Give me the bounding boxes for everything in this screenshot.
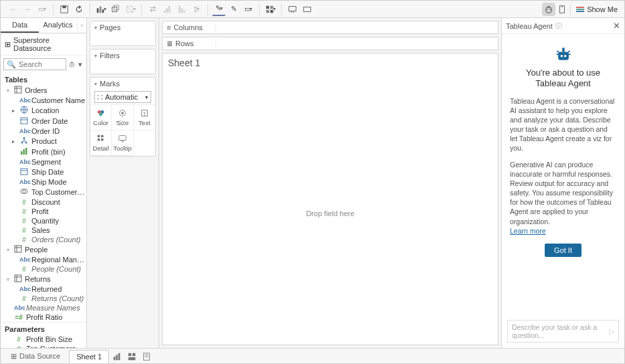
field-location[interactable]: ▸Location: [1, 105, 86, 116]
back-button[interactable]: ←: [6, 3, 19, 16]
refresh-button[interactable]: [72, 3, 86, 16]
pages-card[interactable]: ▾Pages: [90, 21, 156, 46]
show-me-button[interactable]: Show Me: [572, 4, 622, 15]
field-profit-bin-[interactable]: Profit (bin): [1, 147, 86, 157]
collapse-panel-button[interactable]: ‹: [77, 18, 86, 33]
rows-shelf[interactable]: ≣Rows: [162, 37, 499, 50]
fit-button[interactable]: ▾: [264, 3, 277, 16]
worksheet-canvas: ≡Columns ≣Rows Sheet 1 Drop field here: [159, 18, 501, 348]
columns-shelf[interactable]: ≡Columns: [162, 21, 499, 34]
share-button[interactable]: [300, 3, 314, 16]
send-icon[interactable]: ▷: [609, 327, 614, 335]
tab-data[interactable]: Data: [1, 18, 39, 33]
mark-detail[interactable]: Detail: [90, 130, 112, 156]
field-quantity[interactable]: #Quantity: [1, 216, 86, 225]
show-me-icon: [576, 7, 584, 12]
sort-asc-button[interactable]: [161, 3, 174, 16]
new-dashboard-button[interactable]: [125, 351, 139, 363]
svg-rect-26: [548, 5, 549, 7]
field-profit-ratio[interactable]: =#Profit Ratio: [1, 312, 86, 322]
field-sales[interactable]: #Sales: [1, 225, 86, 235]
field-discount[interactable]: #Discount: [1, 197, 86, 207]
got-it-button[interactable]: Got It: [545, 244, 582, 257]
table-people[interactable]: ▿People: [1, 244, 86, 255]
datasource-row[interactable]: ⊞ Superstore Datasource: [1, 33, 86, 56]
field-orders-count-[interactable]: #Orders (Count): [1, 235, 86, 244]
field-regional-manager[interactable]: AbcRegional Manager: [1, 255, 86, 264]
svg-rect-62: [119, 136, 126, 141]
tableau-agent-toolbar-button[interactable]: [542, 3, 555, 16]
svg-rect-6: [114, 5, 118, 9]
presentation-button[interactable]: [286, 3, 299, 16]
close-icon[interactable]: ✕: [613, 21, 620, 31]
mark-text[interactable]: TText: [134, 105, 155, 130]
mark-tooltip[interactable]: Tooltip: [112, 130, 133, 156]
data-panel: Data Analytics ‹ ⊞ Superstore Datasource…: [1, 18, 87, 348]
swap-button[interactable]: ⇄: [146, 3, 159, 16]
tableau-agent-panel: Tableau Agent ⓘ ✕ You're about to use Ta…: [501, 18, 624, 348]
info-icon[interactable]: ⓘ: [555, 21, 562, 31]
clear-button[interactable]: ▾: [124, 3, 137, 16]
search-input[interactable]: 🔍: [3, 58, 66, 70]
svg-rect-22: [304, 7, 311, 11]
tables-header: Tables: [1, 74, 86, 85]
svg-rect-5: [112, 7, 117, 11]
mark-type-select[interactable]: ⸬Automatic ▾: [94, 91, 151, 103]
filters-card[interactable]: ▾Filters: [90, 49, 156, 74]
new-story-button[interactable]: [140, 351, 153, 363]
sheet-1-tab[interactable]: Sheet 1: [69, 350, 109, 363]
field-ship-date[interactable]: Ship Date: [1, 167, 86, 177]
undo-dropdown[interactable]: ▭▾: [35, 3, 49, 16]
svg-line-8: [127, 6, 133, 12]
table-returns[interactable]: ▿Returns: [1, 274, 86, 284]
field-customer-name[interactable]: AbcCustomer Name: [1, 96, 86, 105]
filter-fields-button[interactable]: ⫛: [68, 58, 76, 70]
param-top-customers[interactable]: #Top Customers: [1, 344, 86, 348]
field-segment[interactable]: AbcSegment: [1, 157, 86, 167]
sheet-view[interactable]: Sheet 1 Drop field here: [162, 53, 499, 345]
svg-rect-12: [179, 5, 181, 13]
svg-rect-67: [114, 357, 116, 360]
mark-size[interactable]: Size: [112, 105, 133, 130]
mark-color[interactable]: Color: [90, 105, 112, 130]
field-top-customers-by-p-[interactable]: Top Customers by P...: [1, 187, 86, 197]
svg-rect-3: [100, 6, 102, 13]
svg-rect-39: [23, 149, 25, 155]
field-profit[interactable]: #Profit: [1, 207, 86, 216]
svg-rect-9: [164, 10, 166, 13]
duplicate-button[interactable]: [109, 3, 122, 16]
table-orders[interactable]: ▿Orders: [1, 85, 86, 96]
data-guide-button[interactable]: [555, 3, 569, 16]
svg-rect-63: [558, 52, 569, 60]
sort-desc-button[interactable]: [175, 3, 189, 16]
save-button[interactable]: [58, 3, 71, 16]
tab-analytics[interactable]: Analytics: [39, 18, 77, 33]
highlight-button[interactable]: ✎▾: [212, 3, 226, 16]
sheet-title[interactable]: Sheet 1: [163, 54, 498, 72]
totals-button[interactable]: Σ▾: [190, 3, 203, 16]
agent-input[interactable]: Describe your task or ask a question... …: [507, 320, 619, 343]
field-people-count-[interactable]: #People (Count): [1, 264, 86, 274]
new-worksheet-button[interactable]: ▾: [94, 3, 108, 16]
field-measure-names[interactable]: AbcMeasure Names: [1, 303, 86, 312]
new-sheet-button[interactable]: [110, 351, 124, 363]
data-source-tab[interactable]: ⊞Data Source: [3, 349, 68, 363]
svg-rect-70: [128, 353, 131, 355]
field-returned[interactable]: AbcReturned: [1, 284, 86, 294]
annotation-button[interactable]: ✎: [227, 3, 240, 16]
svg-rect-19: [289, 6, 296, 11]
forward-button[interactable]: →: [21, 3, 34, 16]
svg-rect-58: [97, 135, 100, 138]
field-ship-mode[interactable]: AbcShip Mode: [1, 177, 86, 187]
field-product[interactable]: ▸Product: [1, 136, 86, 147]
format-button[interactable]: ▭▾: [242, 3, 255, 16]
svg-point-25: [549, 9, 551, 10]
columns-icon: ≡: [167, 23, 171, 31]
fields-menu-button[interactable]: ▾: [78, 58, 84, 70]
field-order-date[interactable]: Order Date: [1, 116, 86, 126]
field-order-id[interactable]: AbcOrder ID: [1, 126, 86, 136]
svg-rect-59: [101, 135, 104, 138]
field-returns-count-[interactable]: #Returns (Count): [1, 294, 86, 303]
param-profit-bin-size[interactable]: #Profit Bin Size: [1, 335, 86, 344]
learn-more-link[interactable]: Learn more: [510, 227, 546, 235]
